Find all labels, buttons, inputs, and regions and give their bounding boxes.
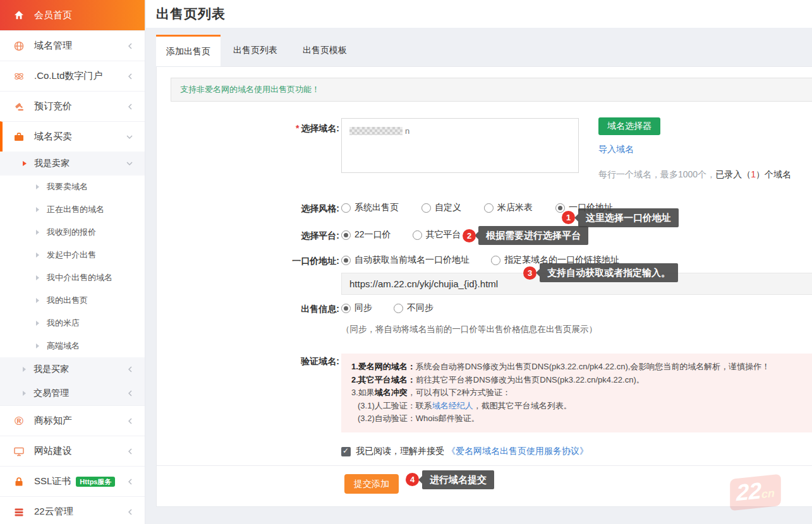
triangle-right-icon xyxy=(36,207,39,212)
platform-options: 22一口价 其它平台 xyxy=(341,229,461,241)
radio-other-platform[interactable]: 其它平台 xyxy=(413,229,461,241)
platform-label: 选择平台: xyxy=(157,229,339,242)
triangle-right-icon xyxy=(23,161,27,166)
sidebar-item-label: 商标知产 xyxy=(34,415,127,427)
sidebar-item-label: 正在出售的域名 xyxy=(47,204,104,215)
radio-auto-fetch-url[interactable]: 自动获取当前域名一口价地址 xyxy=(341,254,470,266)
verify-line-3: 3.如果域名冲突，可以有以下2种方式验证： xyxy=(351,386,810,400)
sale-info-label: 出售信息: xyxy=(157,302,339,315)
footer-divider xyxy=(157,465,812,466)
radio-icon xyxy=(394,304,403,313)
submit-add-button[interactable]: 提交添加 xyxy=(344,474,399,494)
sidebar-item-domain-management[interactable]: 域名管理 xyxy=(0,30,145,61)
sidebar-item-label: 域名管理 xyxy=(34,40,127,52)
sidebar-item-member-home[interactable]: 会员首页 xyxy=(0,0,145,30)
sidebar-item-my-sale-pages[interactable]: 我的出售页 xyxy=(0,289,145,312)
sidebar-item-reserve-auction[interactable]: 预订竞价 xyxy=(0,91,145,121)
censored-domain-suffix: n xyxy=(405,126,409,136)
radio-checked-icon xyxy=(341,230,351,240)
triangle-right-icon xyxy=(36,298,39,303)
verify-line-4: (3.1)人工验证：联系域名经纪人，截图其它平台域名列表。 xyxy=(351,400,810,413)
sidebar-item-im-seller[interactable]: 我是卖家 xyxy=(0,152,145,176)
sidebar-item-initiate-escrow-sale[interactable]: 发起中介出售 xyxy=(0,244,145,266)
sidebar-item-trade-management[interactable]: 交易管理 xyxy=(0,381,145,405)
tab-add-sale-page[interactable]: 添加出售页 xyxy=(156,35,221,66)
chevron-left-icon xyxy=(127,103,133,110)
price-url-label: 一口价地址: xyxy=(157,254,339,267)
triangle-right-icon xyxy=(36,253,39,258)
sidebar-item-escrow-domains[interactable]: 我中介出售的域名 xyxy=(0,266,145,289)
tab-sale-page-list[interactable]: 出售页列表 xyxy=(221,35,290,66)
sidebar-item-ssl-cert[interactable]: SSL证书Https服务 xyxy=(0,466,145,496)
sidebar-item-sell-domain[interactable]: 我要卖域名 xyxy=(0,176,145,198)
triangle-right-icon xyxy=(23,367,26,372)
domain-label: *选择域名: xyxy=(157,122,339,134)
sidebar-item-label: 网站建设 xyxy=(34,445,127,457)
https-service-badge: Https服务 xyxy=(76,477,115,487)
registered-icon: ® xyxy=(13,415,25,427)
sidebar-item-coltd-portal[interactable]: .Co.Ltd数字门户 xyxy=(0,61,145,91)
step-badge-2: 2 xyxy=(463,229,476,242)
domain-selector-button[interactable]: 域名选择器 xyxy=(598,117,660,135)
sidebar-item-label: 22云管理 xyxy=(34,506,127,518)
sidebar-item-label: 发起中介出售 xyxy=(47,249,96,261)
chevron-left-icon xyxy=(127,366,133,373)
chevron-left-icon xyxy=(127,42,133,50)
page-header: 出售页列表 xyxy=(146,0,812,28)
briefcase-icon xyxy=(13,131,25,143)
sidebar-item-22cloud[interactable]: 22云管理 xyxy=(0,496,145,524)
radio-icon xyxy=(413,230,422,240)
sidebar-item-label: SSL证书Https服务 xyxy=(34,475,127,487)
chevron-left-icon xyxy=(127,478,133,485)
triangle-right-icon xyxy=(36,184,39,189)
domain-broker-link[interactable]: 域名经纪人 xyxy=(432,401,473,410)
page-title: 出售页列表 xyxy=(156,5,226,23)
agreement-checkbox-checked[interactable] xyxy=(341,447,351,456)
notice-banner: 支持非爱名网的域名使用出售页功能！ xyxy=(171,78,812,102)
censored-domain-value xyxy=(349,127,403,135)
sidebar-item-trademark-ip[interactable]: ® 商标知产 xyxy=(0,405,145,436)
triangle-right-icon xyxy=(36,230,39,235)
domain-textarea[interactable]: n xyxy=(341,118,579,173)
sidebar-item-label: 预订竞价 xyxy=(34,100,127,112)
verify-label: 验证域名: xyxy=(157,355,339,367)
sidebar-item-domains-on-sale[interactable]: 正在出售的域名 xyxy=(0,198,145,221)
tab-sale-page-template[interactable]: 出售页模板 xyxy=(290,35,360,66)
radio-22-buy-now[interactable]: 22一口价 xyxy=(341,229,391,241)
radio-icon xyxy=(491,256,500,265)
sidebar-item-label: 高端域名 xyxy=(47,340,80,352)
sidebar-item-premium-domains[interactable]: 高端域名 xyxy=(0,335,145,357)
sidebar-item-label: 我要卖域名 xyxy=(47,181,88,193)
triangle-right-icon xyxy=(36,343,39,348)
radio-midian-mibiao[interactable]: 米店米表 xyxy=(484,202,533,213)
sidebar-item-label: .Co.Ltd数字门户 xyxy=(34,70,127,82)
sidebar-item-im-buyer[interactable]: 我是买家 xyxy=(0,357,145,381)
chevron-left-icon xyxy=(127,390,133,397)
triangle-right-icon xyxy=(36,275,39,280)
tooltip-1: 这里选择一口价地址 xyxy=(578,208,679,227)
style-label: 选择风格: xyxy=(157,202,339,215)
sale-info-options: 同步 不同步 xyxy=(341,302,433,314)
sidebar-item-my-shop[interactable]: 我的米店 xyxy=(0,312,145,335)
sync-note: （同步，将自动将域名当前的一口价等出售价格信息在出售页展示） xyxy=(341,324,597,335)
sidebar-item-website-building[interactable]: 网站建设 xyxy=(0,436,145,466)
gavel-icon xyxy=(13,100,25,113)
triangle-right-icon xyxy=(36,321,39,326)
sidebar-item-domain-trading[interactable]: 域名买卖 xyxy=(0,121,145,152)
sidebar-item-label: 我收到的报价 xyxy=(47,227,96,238)
radio-sync[interactable]: 同步 xyxy=(341,302,372,314)
triangle-right-icon xyxy=(23,391,26,396)
agreement-row: 我已阅读，理解并接受 《爱名网域名出售页使用服务协议》 xyxy=(341,446,588,457)
tab-bar: 添加出售页 出售页列表 出售页模板 xyxy=(146,28,812,66)
sidebar-item-label: 我中介出售的域名 xyxy=(47,272,112,283)
sidebar-item-label: 我是卖家 xyxy=(34,158,126,169)
radio-custom[interactable]: 自定义 xyxy=(421,202,461,213)
radio-no-sync[interactable]: 不同步 xyxy=(394,302,433,314)
verify-line-5: (3.2)自动验证：Whois邮件验证。 xyxy=(351,412,810,426)
import-domains-link[interactable]: 导入域名 xyxy=(598,144,634,155)
sidebar-item-offers-received[interactable]: 我收到的报价 xyxy=(0,221,145,244)
agreement-link[interactable]: 《爱名网域名出售页使用服务协议》 xyxy=(447,446,588,457)
sidebar-item-label: 我的米店 xyxy=(47,318,80,329)
radio-system-sale-page[interactable]: 系统出售页 xyxy=(341,202,399,213)
sidebar-item-label: 域名买卖 xyxy=(34,131,126,143)
